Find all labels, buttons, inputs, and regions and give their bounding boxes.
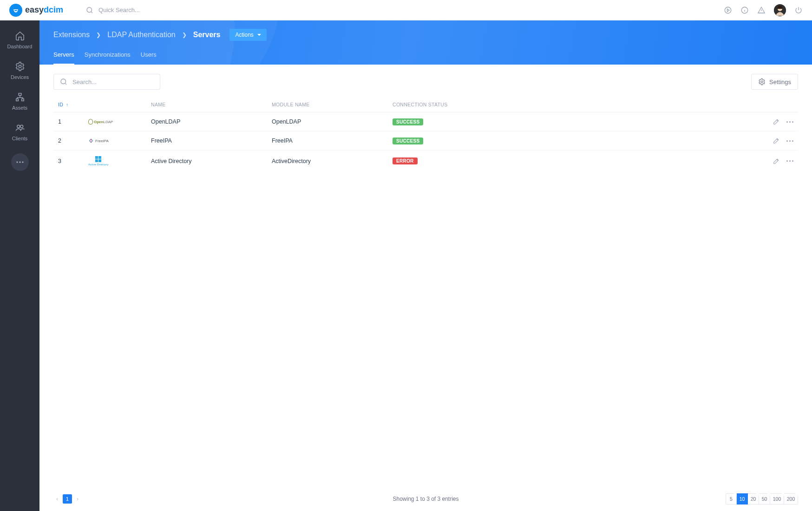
col-status[interactable]: CONNECTION STATUS — [393, 102, 588, 107]
page-size-selector: 5 10 20 50 100 200 — [726, 493, 798, 504]
gear-icon — [15, 61, 25, 72]
svg-point-14 — [61, 79, 66, 84]
svg-point-10 — [20, 125, 23, 128]
more-icon[interactable] — [786, 121, 793, 123]
topbar: easydcim — [0, 0, 812, 20]
table-search[interactable] — [53, 74, 160, 90]
freeipa-icon: FreeIPA — [88, 138, 109, 144]
svg-point-13 — [22, 161, 23, 163]
cell-status: ERROR — [393, 157, 588, 164]
power-icon[interactable] — [794, 6, 803, 14]
svg-rect-6 — [19, 93, 21, 96]
cell-module: FreeIPA — [272, 138, 393, 144]
col-name[interactable]: NAME — [151, 102, 272, 107]
svg-point-15 — [761, 81, 763, 83]
openldap-icon: OpenLDAP — [88, 119, 113, 124]
brand-text: easydcim — [25, 5, 63, 15]
user-avatar[interactable] — [774, 4, 786, 16]
page-size-100[interactable]: 100 — [770, 493, 784, 504]
page-current[interactable]: 1 — [63, 494, 72, 504]
sidebar-item-label: Devices — [11, 74, 29, 80]
cell-module: OpenLDAP — [272, 118, 393, 125]
col-module[interactable]: MODULE NAME — [272, 102, 393, 107]
users-icon — [15, 123, 25, 133]
svg-point-9 — [17, 125, 20, 128]
cell-logo: Active Directory — [88, 156, 151, 166]
breadcrumb-ldap[interactable]: LDAP Authentication — [107, 31, 175, 39]
actions-dropdown[interactable]: Actions — [229, 29, 266, 41]
cell-logo: OpenLDAP — [88, 119, 151, 124]
col-id[interactable]: ID ↑ — [58, 102, 88, 107]
active-directory-icon: Active Directory — [88, 156, 109, 166]
content: Settings ID ↑ NAME MODULE NAME CONNECTIO… — [39, 65, 812, 511]
play-icon[interactable] — [724, 6, 732, 14]
chevron-down-icon — [257, 34, 261, 36]
actions-label: Actions — [235, 32, 253, 38]
svg-point-12 — [19, 161, 20, 163]
edit-icon[interactable] — [773, 118, 780, 125]
page-size-20[interactable]: 20 — [748, 493, 759, 504]
quick-search-input[interactable] — [98, 7, 238, 13]
sidebar-item-clients[interactable]: Clients — [0, 120, 39, 144]
table-row[interactable]: 3 Active Directory Active Directory Acti… — [53, 151, 798, 171]
info-icon[interactable] — [740, 6, 749, 14]
table-footer: ‹ 1 › Showing 1 to 3 of 3 entries 5 10 2… — [39, 487, 812, 511]
sidebar: Dashboard Devices Assets Clients — [0, 20, 39, 511]
toolbar: Settings — [53, 74, 798, 90]
sidebar-item-assets[interactable]: Assets — [0, 89, 39, 113]
svg-point-11 — [16, 161, 18, 163]
sidebar-item-label: Dashboard — [7, 44, 33, 49]
svg-rect-8 — [21, 99, 24, 101]
svg-rect-7 — [16, 99, 18, 101]
more-icon — [16, 161, 24, 164]
status-badge: ERROR — [393, 157, 418, 164]
page-size-200[interactable]: 200 — [784, 493, 798, 504]
row-actions — [752, 118, 793, 125]
page-size-5[interactable]: 5 — [726, 493, 737, 504]
cell-name: FreeIPA — [151, 138, 272, 144]
tab-users[interactable]: Users — [141, 51, 157, 65]
more-icon[interactable] — [786, 160, 793, 162]
more-icon[interactable] — [786, 140, 793, 142]
svg-point-1 — [725, 7, 731, 13]
pagination-info: Showing 1 to 3 of 3 entries — [393, 496, 458, 502]
cell-name: Active Directory — [151, 158, 272, 164]
settings-button[interactable]: Settings — [751, 74, 798, 90]
tab-synchronizations[interactable]: Synchronizations — [85, 51, 131, 65]
topbar-actions — [724, 4, 803, 16]
edit-icon[interactable] — [773, 157, 780, 165]
page-size-10[interactable]: 10 — [737, 493, 748, 504]
sitemap-icon — [15, 92, 25, 102]
svg-point-5 — [19, 65, 21, 68]
breadcrumb-current: Servers — [193, 31, 221, 39]
pagination: ‹ 1 › — [53, 494, 81, 504]
cell-status: SUCCESS — [393, 118, 588, 125]
home-icon — [15, 31, 25, 41]
breadcrumb-extensions[interactable]: Extensions — [53, 31, 90, 39]
table-row[interactable]: 2 FreeIPA FreeIPA FreeIPA SUCCESS — [53, 131, 798, 151]
sidebar-item-label: Clients — [12, 136, 28, 141]
status-badge: SUCCESS — [393, 138, 423, 144]
brand-logo[interactable]: easydcim — [9, 4, 63, 17]
search-icon — [85, 6, 94, 14]
page-size-50[interactable]: 50 — [759, 493, 770, 504]
sort-asc-icon: ↑ — [66, 102, 68, 107]
alert-icon[interactable] — [757, 6, 766, 14]
table-row[interactable]: 1 OpenLDAP OpenLDAP OpenLDAP SUCCESS — [53, 112, 798, 131]
table-search-input[interactable] — [72, 79, 154, 85]
tab-servers[interactable]: Servers — [53, 51, 74, 65]
sidebar-item-dashboard[interactable]: Dashboard — [0, 28, 39, 52]
col-id-label: ID — [58, 102, 63, 107]
page-prev[interactable]: ‹ — [53, 494, 61, 504]
cell-id: 3 — [58, 158, 88, 164]
page-next[interactable]: › — [74, 494, 81, 504]
sidebar-more-button[interactable] — [11, 153, 29, 171]
settings-label: Settings — [769, 79, 791, 85]
breadcrumb: Extensions ❯ LDAP Authentication ❯ Serve… — [53, 29, 798, 41]
edit-icon[interactable] — [773, 137, 780, 144]
quick-search[interactable] — [85, 6, 724, 14]
sidebar-item-devices[interactable]: Devices — [0, 59, 39, 83]
status-badge: SUCCESS — [393, 118, 423, 125]
svg-point-0 — [87, 7, 92, 13]
brand-mark-icon — [9, 4, 22, 17]
